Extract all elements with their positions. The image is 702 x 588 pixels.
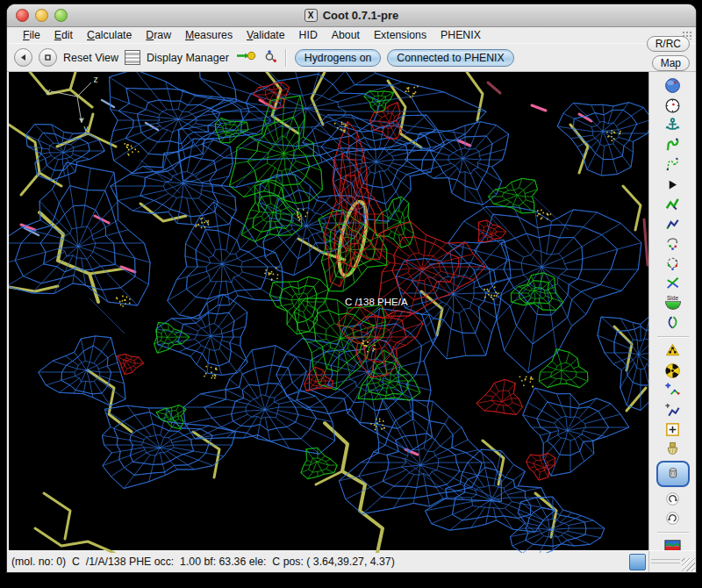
window-title: Coot 0.7.1-pre	[323, 9, 399, 22]
phenix-connection-button[interactable]: Connected to PHENIX	[387, 49, 513, 67]
menu-item-file[interactable]: File	[16, 29, 47, 41]
flex-dots-icon[interactable]	[663, 156, 684, 173]
half-sphere-glyph	[665, 301, 681, 310]
mutate-icon[interactable]	[663, 342, 684, 359]
ligand-icon[interactable]	[262, 48, 277, 67]
back-icon[interactable]	[14, 48, 32, 67]
display-manager-icon[interactable]	[125, 50, 140, 65]
go-to-atom-icon[interactable]	[235, 49, 256, 66]
flex-zone-icon[interactable]	[663, 137, 684, 154]
clock-icon[interactable]	[663, 97, 684, 114]
auto-rotamer-icon[interactable]	[663, 235, 684, 252]
model-fit-refine-toolbar: Side	[648, 72, 696, 550]
status-bar: (mol. no: 0) C /1/A/138 PHE occ: 1.00 bf…	[7, 551, 629, 572]
undo-icon[interactable]	[663, 491, 684, 507]
axis-label-x: x	[46, 87, 51, 97]
statusbar-corner	[648, 551, 696, 572]
traffic-lights	[16, 4, 68, 26]
reset-view-button[interactable]: Reset View	[63, 52, 118, 64]
menu-item-validate[interactable]: Validate	[240, 29, 292, 41]
menu-bar: FileEditCalculateDrawMeasuresValidateHID…	[7, 27, 696, 43]
flip-peptide-icon[interactable]	[663, 314, 684, 331]
rotate-translate-icon[interactable]	[663, 216, 684, 233]
toolbar-separator	[285, 49, 287, 67]
menu-item-hid[interactable]: HID	[292, 29, 325, 41]
horizontal-scrollbar-thumb[interactable]	[629, 554, 646, 570]
menu-item-extensions[interactable]: Extensions	[367, 29, 433, 41]
coot-window: X Coot 0.7.1-pre FileEditCalculateDrawMe…	[7, 4, 696, 572]
play-icon[interactable]	[663, 176, 684, 193]
rotamer-wheel-icon[interactable]	[663, 255, 684, 272]
axis-label-y: y	[83, 124, 89, 133]
menu-item-calculate[interactable]: Calculate	[80, 29, 139, 41]
minimize-button[interactable]	[35, 9, 48, 22]
run-refmac-icon[interactable]	[663, 538, 684, 550]
map-button[interactable]: Map	[652, 55, 690, 71]
sphere-refine-icon[interactable]	[663, 77, 684, 94]
menu-item-measures[interactable]: Measures	[178, 29, 240, 41]
delete-item-button[interactable]	[656, 461, 690, 487]
gl-canvas[interactable]: xzyC /138 PHE/A	[8, 72, 648, 550]
close-button[interactable]	[16, 9, 29, 22]
trash-icon	[665, 464, 681, 484]
hydrogens-toggle-button[interactable]: Hydrogens on	[295, 49, 382, 67]
display-manager-button[interactable]: Display Manager	[147, 52, 229, 64]
window-title-wrap: X Coot 0.7.1-pre	[304, 9, 399, 22]
redo-icon[interactable]	[663, 510, 684, 527]
menu-item-edit[interactable]: Edit	[47, 29, 80, 41]
status-text: (mol. no: 0) C /1/A/138 PHE occ: 1.00 bf…	[11, 556, 395, 568]
menu-item-about[interactable]: About	[325, 29, 367, 41]
zoom-button[interactable]	[54, 9, 68, 22]
anchor-fix-atoms-icon[interactable]	[663, 117, 684, 133]
toolbar-separator	[657, 532, 689, 534]
axis-label-z: z	[93, 75, 98, 84]
main-toolbar: Reset View Display Manager Hydrogens on …	[7, 43, 696, 72]
fill-partial-icon[interactable]	[663, 441, 684, 458]
handle-lines	[651, 559, 680, 564]
title-bar[interactable]: X Coot 0.7.1-pre	[7, 4, 696, 27]
resize-grip[interactable]	[682, 558, 695, 571]
rrc-button[interactable]: R/RC	[647, 36, 690, 52]
content-row: xzyC /138 PHE/A	[7, 72, 696, 550]
add-alt-conf-icon[interactable]	[663, 421, 684, 438]
add-atom-icon[interactable]	[663, 382, 684, 398]
torsion-editor-icon[interactable]	[663, 275, 684, 291]
toolbar-separator	[657, 336, 689, 338]
reset-view-icon[interactable]	[39, 48, 57, 67]
atom-label: C /138 PHE/A	[345, 297, 408, 307]
side-chain-180-icon[interactable]: Side	[663, 295, 684, 312]
add-terminal-residue-icon[interactable]	[663, 402, 684, 419]
menu-item-draw[interactable]: Draw	[139, 29, 178, 41]
menu-item-phenix[interactable]: PHENIX	[433, 29, 488, 41]
x11-icon: X	[304, 9, 318, 22]
mutate-autofit-icon[interactable]	[663, 362, 684, 379]
status-row: (mol. no: 0) C /1/A/138 PHE occ: 1.00 bf…	[7, 550, 696, 572]
rigid-body-fit-icon[interactable]	[663, 196, 684, 212]
